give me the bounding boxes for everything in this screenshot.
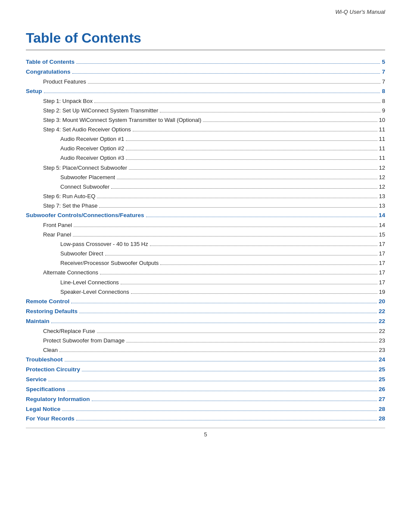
- toc-entry-page: 17: [379, 268, 385, 277]
- toc-entry[interactable]: Connect Subwoofer12: [26, 182, 385, 192]
- toc-entry[interactable]: Subwoofer Placement12: [26, 173, 385, 182]
- toc-dots: [160, 112, 380, 112]
- toc-entry-page: 23: [379, 336, 385, 345]
- toc-entry-label: Specifications: [26, 385, 65, 395]
- toc-entry[interactable]: Protection Circuitry25: [26, 365, 385, 375]
- toc-entry[interactable]: Speaker-Level Connections19: [26, 287, 385, 297]
- toc-entry[interactable]: Step 2: Set Up WiConnect System Transmit…: [26, 106, 385, 115]
- toc-entry[interactable]: Step 1: Unpack Box8: [26, 96, 385, 106]
- toc-entry-label: Congratulations: [26, 67, 71, 77]
- toc-dots: [100, 274, 377, 274]
- toc-entry-page: 5: [382, 57, 385, 67]
- toc-entry-page: 10: [379, 115, 385, 125]
- toc-entry[interactable]: Maintain22: [26, 317, 385, 327]
- toc-entry-label: Maintain: [26, 317, 50, 327]
- toc-entry[interactable]: Restoring Defaults22: [26, 307, 385, 317]
- toc-dots: [94, 103, 380, 103]
- toc-dots: [131, 293, 377, 294]
- toc-entry-page: 15: [379, 230, 385, 240]
- toc-entry[interactable]: Setup8: [26, 87, 385, 96]
- toc-entry[interactable]: Audio Receiver Option #211: [26, 144, 385, 153]
- toc-dots: [150, 246, 377, 246]
- toc-entry[interactable]: Clean23: [26, 345, 385, 355]
- toc-entry-label: Receiver/Processor Subwoofer Outputs: [60, 258, 159, 268]
- toc-entry[interactable]: Alternate Connections17: [26, 268, 385, 277]
- toc-dots: [97, 198, 377, 198]
- toc-entry-label: Subwoofer Direct: [60, 249, 103, 258]
- toc-entry[interactable]: For Your Records28: [26, 414, 385, 424]
- toc-entry-page: 11: [379, 144, 385, 153]
- toc-dots: [105, 255, 377, 255]
- toc-entry-page: 27: [379, 395, 385, 404]
- toc-dots: [82, 371, 377, 371]
- toc-entry[interactable]: Remote Control20: [26, 297, 385, 307]
- toc-entry-page: 13: [379, 201, 385, 211]
- toc-entry[interactable]: Audio Receiver Option #311: [26, 153, 385, 163]
- toc-dots: [73, 236, 377, 236]
- toc-entry[interactable]: Product Features7: [26, 77, 385, 87]
- toc-entry[interactable]: Subwoofer Direct17: [26, 249, 385, 258]
- toc-entry-page: 14: [379, 211, 385, 221]
- toc-dots: [72, 73, 380, 74]
- toc-entry-label: Step 4: Set Audio Receiver Options: [43, 125, 131, 134]
- toc-entry-page: 7: [382, 77, 385, 87]
- toc-entry[interactable]: Service25: [26, 375, 385, 385]
- toc-dots: [62, 411, 377, 411]
- toc-entry-page: 8: [382, 87, 385, 96]
- toc-entry-label: Step 6: Run Auto-EQ: [43, 192, 95, 201]
- toc-divider: [26, 50, 385, 50]
- toc-entry-label: Step 5: Place/Connect Subwoofer: [43, 163, 127, 173]
- toc-entry-label: Front Panel: [43, 221, 72, 230]
- toc-entry-label: Subwoofer Controls/Connections/Features: [26, 211, 144, 221]
- toc-entry-page: 9: [382, 106, 385, 115]
- toc-entry[interactable]: Check/Replace Fuse22: [26, 327, 385, 336]
- toc-entry-label: Setup: [26, 87, 42, 96]
- toc-entry[interactable]: Troubleshoot24: [26, 355, 385, 365]
- page-container: Wi-Q User's Manual Table of Contents Tab…: [0, 0, 411, 450]
- toc-dots: [71, 303, 377, 303]
- toc-entry-page: 13: [379, 192, 385, 201]
- toc-entry-label: Table of Contents: [26, 57, 75, 67]
- toc-entry[interactable]: Step 4: Set Audio Receiver Options11: [26, 125, 385, 134]
- toc-entry-label: Step 3: Mount WiConnect System Transmitt…: [43, 115, 201, 125]
- toc-entry[interactable]: Table of Contents5: [26, 57, 385, 67]
- toc-entry[interactable]: Congratulations7: [26, 67, 385, 77]
- toc-entry[interactable]: Low-pass Crossover - 40 to 135 Hz17: [26, 240, 385, 249]
- toc-entry[interactable]: Step 3: Mount WiConnect System Transmitt…: [26, 115, 385, 125]
- toc-dots: [76, 420, 377, 420]
- toc-entry-label: Line-Level Connections: [60, 278, 119, 287]
- toc-entry[interactable]: Step 6: Run Auto-EQ13: [26, 192, 385, 201]
- toc-dots: [126, 342, 377, 342]
- toc-dots: [44, 93, 380, 93]
- toc-entry-label: Check/Replace Fuse: [43, 327, 95, 336]
- toc-entry-page: 11: [379, 125, 385, 134]
- toc-entry[interactable]: Protect Subwoofer from Damage23: [26, 336, 385, 345]
- toc-entry[interactable]: Subwoofer Controls/Connections/Features1…: [26, 211, 385, 221]
- toc-entry-label: Product Features: [43, 77, 86, 87]
- toc-entry-page: 14: [379, 221, 385, 230]
- toc-dots: [97, 333, 377, 333]
- toc-dots: [117, 179, 377, 179]
- toc-entry[interactable]: Step 7: Set the Phase13: [26, 201, 385, 211]
- toc-entry[interactable]: Specifications26: [26, 385, 385, 395]
- toc-entry-page: 28: [379, 404, 385, 414]
- toc-entry[interactable]: Audio Receiver Option #111: [26, 134, 385, 144]
- toc-dots: [126, 150, 377, 150]
- toc-entry[interactable]: Front Panel14: [26, 221, 385, 230]
- toc-entry[interactable]: Regulatory Information27: [26, 395, 385, 404]
- toc-dots: [88, 83, 380, 84]
- toc-entry-page: 11: [379, 134, 385, 144]
- toc-entry-page: 17: [379, 249, 385, 258]
- toc-entry[interactable]: Line-Level Connections17: [26, 278, 385, 287]
- header-title: Wi-Q User's Manual: [335, 9, 385, 15]
- toc-entry-label: Subwoofer Placement: [60, 173, 115, 182]
- toc-entry[interactable]: Step 5: Place/Connect Subwoofer12: [26, 163, 385, 173]
- toc-entry-page: 17: [379, 278, 385, 287]
- toc-entry[interactable]: Rear Panel15: [26, 230, 385, 240]
- toc-entry-page: 12: [379, 173, 385, 182]
- toc-entry-page: 19: [379, 287, 385, 297]
- toc-entry-page: 12: [379, 163, 385, 173]
- toc-entry[interactable]: Legal Notice28: [26, 404, 385, 414]
- toc-entry[interactable]: Receiver/Processor Subwoofer Outputs17: [26, 258, 385, 268]
- toc-entry-label: Regulatory Information: [26, 395, 90, 404]
